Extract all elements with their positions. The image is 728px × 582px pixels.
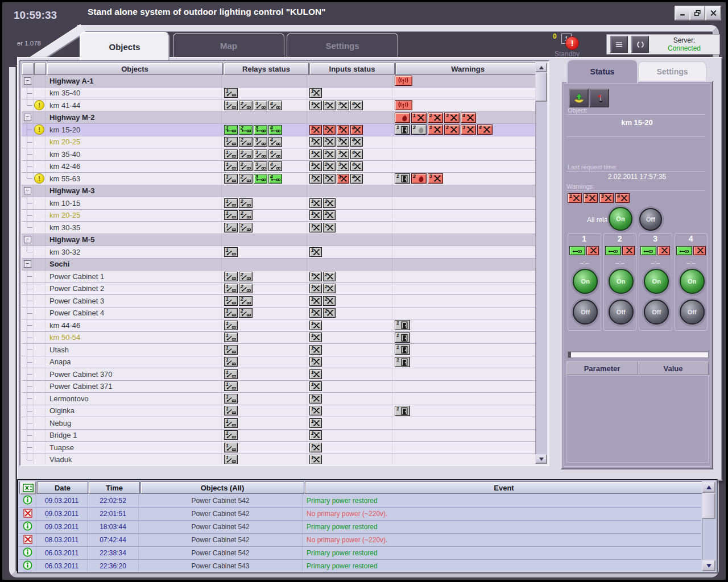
column-header-warnings[interactable]: Warnings — [395, 63, 540, 75]
lamp-input-alarm-icon: 3 — [337, 174, 349, 184]
objects-item-row[interactable]: Nebug11 — [22, 417, 537, 430]
channel-on-button[interactable]: On — [573, 269, 598, 294]
objects-item-row[interactable]: Power Cabinet 31212 — [22, 295, 537, 307]
objects-item-row[interactable]: km 35-4011 — [22, 88, 537, 100]
event-column-header-objects-all[interactable]: Objects (All) — [140, 481, 304, 494]
objects-item-row[interactable]: Power Cabinet 37111 — [22, 381, 537, 393]
objects-group-row[interactable]: −Highway M-5 — [22, 234, 537, 247]
event-row[interactable]: 09.03.201122:02:52Power Cabinet 542Prima… — [19, 494, 701, 508]
objects-item-row[interactable]: km 44-46111 — [22, 319, 537, 332]
event-row[interactable]: 09.03.201122:01:51Power Cabinet 542No pr… — [19, 508, 701, 521]
objects-item-row[interactable]: !km 15-2012341234121234 — [22, 124, 537, 136]
channel-off-button[interactable]: Off — [573, 300, 598, 325]
objects-item-row[interactable]: km 35-4012341234 — [22, 148, 537, 161]
objects-item-row[interactable]: km 10-151212 — [22, 197, 537, 210]
column-header-relays-status[interactable]: Relays status — [224, 63, 309, 75]
objects-item-row[interactable]: km 30-3211 — [22, 246, 537, 259]
close-button[interactable] — [705, 6, 721, 20]
warnings-cell — [392, 246, 537, 258]
error-event-icon — [23, 509, 32, 519]
tab-settings[interactable]: Settings — [287, 33, 398, 57]
objects-group-row[interactable]: −Highway M-21234 — [22, 112, 537, 124]
objects-item-row[interactable]: Utash111 — [22, 344, 537, 356]
objects-group-row[interactable]: −Highway M-3 — [22, 185, 537, 198]
objects-item-row[interactable]: km 20-251212 — [22, 210, 537, 222]
refresh-button[interactable] — [631, 36, 649, 53]
objects-item-row[interactable]: km 20-2512341234 — [22, 136, 537, 149]
object-label: Highway M-3 — [46, 185, 222, 197]
minimize-icon — [679, 10, 686, 16]
scroll-down-button[interactable] — [535, 454, 547, 464]
scroll-up-button[interactable] — [535, 63, 547, 72]
tree-expander-icon[interactable]: − — [24, 236, 31, 243]
objects-item-row[interactable]: Bridge 111 — [22, 430, 537, 442]
scroll-up-button[interactable] — [702, 481, 715, 493]
side-tab-status[interactable]: Status — [566, 59, 638, 83]
column-header-blank[interactable] — [34, 63, 46, 75]
event-list-button[interactable] — [610, 36, 628, 53]
tree-cell — [22, 307, 34, 319]
objects-item-row[interactable]: Power Cabinet 21212 — [22, 283, 537, 296]
lamp-warning-icon: 3 — [461, 124, 476, 135]
fire-warning-icon: 2 — [411, 124, 427, 135]
tree-expander-icon[interactable]: − — [24, 77, 31, 85]
tree-expander-icon[interactable]: − — [24, 114, 31, 121]
channel-on-button[interactable]: On — [644, 269, 669, 294]
param-header-value[interactable]: Value — [638, 361, 709, 375]
objects-item-row[interactable]: Power Cabinet 11212 — [22, 271, 537, 283]
excel-export-button[interactable] — [20, 481, 36, 494]
all-relays-on-button[interactable]: On — [609, 207, 632, 231]
objects-item-row[interactable]: Olginka111 — [22, 405, 537, 418]
event-column-header-time[interactable]: Time — [89, 481, 140, 494]
param-header-parameter[interactable]: Parameter — [566, 361, 638, 375]
flag-marker-button[interactable] — [589, 89, 609, 107]
minimize-button[interactable] — [675, 6, 690, 20]
warnings-cell: 1 — [392, 405, 537, 417]
objects-item-row[interactable]: Anapa111 — [22, 356, 537, 369]
restore-button[interactable] — [689, 6, 705, 20]
objects-item-row[interactable]: Power Cabinet 41212 — [22, 307, 537, 320]
objects-item-row[interactable]: km 42-4612341234 — [22, 161, 537, 173]
side-tab-settings[interactable]: Settings — [638, 61, 706, 81]
channel-off-button[interactable]: Off — [680, 300, 705, 325]
column-header-inputs-status[interactable]: Inputs status — [309, 63, 395, 75]
event-column-header-event[interactable]: Event — [305, 481, 703, 494]
event-column-header-date[interactable]: Date — [37, 481, 88, 494]
objects-item-row[interactable]: Lermontovo11 — [22, 393, 537, 405]
info-event-icon — [23, 495, 32, 506]
scroll-down-button[interactable] — [702, 560, 715, 571]
objects-item-row[interactable]: km 30-351212 — [22, 222, 537, 234]
inputs-cell: 1 — [307, 344, 392, 356]
tree-expander-icon[interactable]: − — [24, 260, 31, 268]
tab-map[interactable]: Map — [173, 33, 284, 57]
channel-on-button[interactable]: On — [680, 269, 705, 294]
all-relays-off-button[interactable]: Off — [639, 208, 662, 231]
column-header-blank[interactable] — [22, 63, 34, 75]
event-log-scrollbar[interactable] — [702, 481, 715, 571]
event-row[interactable]: 06.03.201122:38:34Power Cabinet 542Prima… — [19, 547, 701, 560]
tree-cell — [22, 161, 34, 173]
objects-item-row[interactable]: Viaduk11 — [22, 454, 537, 464]
objects-item-row[interactable]: Tuapse11 — [22, 442, 537, 454]
objects-group-row[interactable]: −Sochi — [22, 259, 537, 271]
channel-on-button[interactable]: On — [609, 269, 634, 294]
tree-cell — [22, 454, 34, 464]
objects-item-row[interactable]: Power Cabinet 37011 — [22, 368, 537, 381]
objects-scrollbar[interactable] — [535, 63, 547, 464]
event-row[interactable]: 08.03.201107:42:44Power Cabinet 542No pr… — [19, 534, 701, 547]
scroll-thumb[interactable] — [702, 493, 715, 519]
tab-objects[interactable]: Objects — [80, 32, 169, 60]
event-object: Power Cabinet 542 — [139, 534, 303, 546]
objects-item-row[interactable]: km 50-54111 — [22, 332, 537, 344]
send-request-button[interactable] — [569, 89, 589, 107]
channel-off-button[interactable]: Off — [609, 300, 634, 325]
channel-off-button[interactable]: Off — [644, 300, 669, 325]
objects-group-row[interactable]: −Highway A-1 — [22, 75, 537, 88]
event-row[interactable]: 06.03.201122:36:20Power Cabinet 543Prima… — [19, 560, 701, 571]
scroll-thumb[interactable] — [535, 72, 547, 102]
event-row[interactable]: 09.03.201118:03:44Power Cabinet 542Prima… — [19, 521, 701, 534]
objects-item-row[interactable]: !km 41-4412341234 — [22, 99, 537, 112]
column-header-objects[interactable]: Objects — [47, 63, 223, 75]
objects-item-row[interactable]: !km 55-6312341234123 — [22, 173, 537, 185]
tree-expander-icon[interactable]: − — [24, 187, 31, 194]
